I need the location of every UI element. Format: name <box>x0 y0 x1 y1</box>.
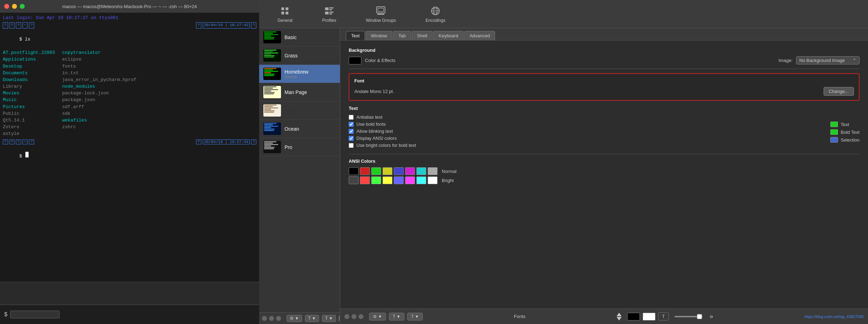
text-size-btn2[interactable]: T ▼ <box>322 315 336 322</box>
fonts-t2-chevron: ▼ <box>415 314 419 319</box>
tab-tab[interactable]: Tab <box>393 31 411 40</box>
color-swatch-bottom[interactable] <box>339 316 340 321</box>
profile-item-manpage[interactable]: Man Page <box>259 83 340 101</box>
ansi-bright-cyan[interactable] <box>416 176 426 184</box>
up-arrow-icon[interactable] <box>617 313 622 316</box>
ansi-bright-yellow[interactable] <box>383 176 392 184</box>
selection-color-swatch[interactable] <box>830 137 838 143</box>
ansi-blue[interactable] <box>394 167 404 175</box>
bold-text-color-swatch[interactable] <box>830 129 838 135</box>
ansi-bright-white[interactable] <box>428 176 438 184</box>
gear-dropdown-btn[interactable]: ⚙ ▼ <box>287 315 302 322</box>
profiles-label: Profiles <box>322 18 336 23</box>
change-font-btn[interactable]: Change... <box>824 87 854 96</box>
bright-bold-checkbox[interactable] <box>349 143 354 148</box>
slider-thumb[interactable] <box>697 314 702 319</box>
blinking-checkbox[interactable] <box>349 129 354 134</box>
toolbar-general[interactable]: General <box>273 2 297 26</box>
fonts-gear-btn[interactable]: ⚙ ▼ <box>369 313 386 320</box>
tab-bar: Text Window Tab Shell Keyboard Advanced <box>340 28 868 40</box>
fonts-t2-btn[interactable]: T ▼ <box>407 313 423 320</box>
forward-arrows[interactable]: » <box>710 313 713 320</box>
toolbar-encodings[interactable]: Encodings <box>421 2 450 26</box>
image-dropdown-value: No Background Image <box>799 58 845 63</box>
cursor <box>25 152 29 157</box>
minimize-button[interactable] <box>12 4 17 9</box>
circle-3 <box>276 316 281 321</box>
text-t-icon: T <box>308 316 311 321</box>
profile-item-ocean[interactable]: Ocean <box>259 120 340 138</box>
terminal-body: Last login: Sun Apr 19 10:27:27 on ttys0… <box>0 13 259 282</box>
fonts-t-btn[interactable]: T ▼ <box>389 313 404 320</box>
ansi-checkbox[interactable] <box>349 136 354 141</box>
svg-rect-9 <box>329 13 332 14</box>
tab-text[interactable]: Text <box>346 31 365 40</box>
profile-item-basic[interactable]: Basic <box>259 28 340 46</box>
checkbox-antialias: Antialias text <box>349 114 823 120</box>
image-label: Image: <box>778 58 793 63</box>
timestamp1: 20/04/19 | 10:27:42 <box>203 22 250 28</box>
tab-advanced[interactable]: Advanced <box>464 31 495 40</box>
ansi-bright-black[interactable] <box>349 176 359 184</box>
bottom-white-swatch[interactable] <box>643 313 655 320</box>
ansi-green[interactable] <box>371 167 381 175</box>
terminal-title: macos — macos@Meteorshs-Macbook-Pro — ~ … <box>62 4 197 9</box>
ansi-bright-blue[interactable] <box>394 176 404 184</box>
ansi-bright-magenta[interactable] <box>405 176 415 184</box>
file-1: AT.postflight.22065 <box>3 50 55 56</box>
ansi-section-title: ANSI Colors <box>349 158 860 164</box>
profile-list: Basic Grass <box>259 28 340 324</box>
ansi-bright-red[interactable] <box>360 176 370 184</box>
color-effects-label: Color & Effects <box>365 58 395 63</box>
badge-ts1-q: ? <box>196 22 201 28</box>
profile-thumb-basic <box>263 31 281 43</box>
text-two-col: Antialias text Use bold fonts Allow blin… <box>349 114 860 150</box>
file-r7: package-lock.json <box>62 90 136 96</box>
tab-keyboard[interactable]: Keyboard <box>433 31 464 40</box>
image-dropdown[interactable]: No Background Image ⌃ <box>796 56 860 64</box>
fonts-t-icon: T <box>393 314 395 319</box>
ansi-bright-label: Bright <box>442 178 454 183</box>
profile-item-homebrew[interactable]: Homebrew Default <box>259 65 340 83</box>
badge-q1: ? <box>3 22 8 28</box>
profile-item-novel[interactable]: Novel <box>259 101 340 120</box>
file-4: Documents <box>3 70 55 76</box>
toolbar-window-groups[interactable]: Window Groups <box>362 2 400 26</box>
profile-item-grass[interactable]: Grass <box>259 46 340 65</box>
gear-chevron: ▼ <box>295 316 299 321</box>
down-arrow-icon[interactable] <box>617 317 622 320</box>
encodings-icon <box>430 5 441 17</box>
ansi-black[interactable] <box>349 167 359 175</box>
ansi-bright-green[interactable] <box>371 176 381 184</box>
profile-name-grass: Grass <box>285 53 298 58</box>
bright-bold-label: Use bright colors for bold text <box>356 143 416 148</box>
profile-item-pro[interactable]: Pro <box>259 138 340 156</box>
text-section-title: Text <box>349 106 860 111</box>
ansi-cyan[interactable] <box>416 167 426 175</box>
opacity-slider[interactable] <box>674 316 703 317</box>
tab-window[interactable]: Window <box>366 31 392 40</box>
bottom-input[interactable] <box>10 311 60 318</box>
dropdown-arrow: ⌃ <box>852 58 856 63</box>
text-color-swatch[interactable] <box>830 122 838 127</box>
ansi-red[interactable] <box>360 167 370 175</box>
bottom-t-btn[interactable]: T <box>658 312 669 320</box>
bottom-black-swatch[interactable] <box>627 313 640 320</box>
ansi-magenta[interactable] <box>405 167 415 175</box>
antialias-checkbox[interactable] <box>349 115 354 120</box>
ansi-yellow[interactable] <box>383 167 392 175</box>
ansi-section: ANSI Colors Normal <box>349 158 860 184</box>
bold-fonts-checkbox[interactable] <box>349 122 354 127</box>
close-button[interactable] <box>4 4 9 9</box>
text-size-btn[interactable]: T ▼ <box>305 315 319 322</box>
background-color-swatch[interactable] <box>349 57 361 64</box>
toolbar-profiles[interactable]: Profiles <box>318 2 341 26</box>
circle-2 <box>269 316 274 321</box>
profile-thumb-novel <box>263 104 281 117</box>
checkbox-blinking: Allow blinking text <box>349 129 823 134</box>
maximize-button[interactable] <box>20 4 25 9</box>
badge2-q2: ? <box>10 139 15 144</box>
file-12: Zotero <box>3 124 55 130</box>
tab-shell[interactable]: Shell <box>412 31 433 40</box>
ansi-white[interactable] <box>428 167 438 175</box>
